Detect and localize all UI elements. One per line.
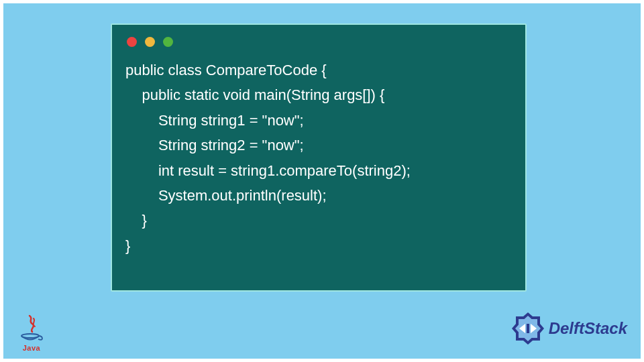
java-steam-icon [24,314,39,333]
close-icon [127,37,137,47]
code-window: public class CompareToCode { public stat… [111,23,527,292]
window-traffic-lights [127,37,512,47]
java-cup-icon [20,333,43,343]
delftstack-badge-icon [510,310,546,347]
minimize-icon [145,37,155,47]
maximize-icon [163,37,173,47]
slide-canvas: public class CompareToCode { public stat… [3,3,641,359]
java-logo: Java [15,310,48,352]
delftstack-logo-label: DelftStack [549,319,627,338]
code-block: public class CompareToCode { public stat… [125,58,512,258]
svg-rect-5 [527,324,529,333]
delftstack-logo: DelftStack [510,310,627,347]
java-logo-label: Java [23,344,40,352]
